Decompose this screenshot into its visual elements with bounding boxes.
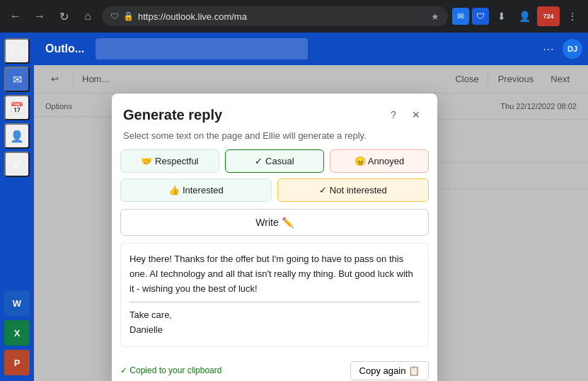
bitwarden-icon[interactable]: 🛡 xyxy=(472,8,489,25)
interested-stance-button[interactable]: 👍 Interested xyxy=(120,178,272,202)
sidebar-icons: ⋮⋮ ✉ 📅 👤 ✓ W X P xyxy=(0,33,34,381)
browser-chrome: ← → ↻ ⌂ 🛡 🔒 https://outlook.live.com/ma … xyxy=(0,0,588,33)
modal-close-button[interactable]: ✕ xyxy=(406,105,426,125)
modal-body: 🤝 Respectful ✓ Casual 😠 Annoyed 👍 Intere… xyxy=(112,149,437,358)
download-button[interactable]: ⬇ xyxy=(492,6,512,26)
signature-divider xyxy=(129,302,420,302)
generated-body: Hey there! Thanks for the offer but I'm … xyxy=(129,254,413,294)
modal-subtitle: Select some text on the page and Ellie w… xyxy=(112,127,437,149)
modal-title: Generate reply xyxy=(123,107,222,123)
tone-selector: 🤝 Respectful ✓ Casual 😠 Annoyed xyxy=(120,149,429,173)
search-input[interactable] xyxy=(96,38,308,59)
not-interested-stance-button[interactable]: ✓ Not interested xyxy=(277,178,429,202)
modal-header: Generate reply ? ✕ xyxy=(112,93,437,127)
security-icon: 🛡 xyxy=(110,11,119,21)
notification-badge[interactable]: 724 xyxy=(537,6,560,26)
mail-nav-button[interactable]: ✉ xyxy=(4,67,30,92)
email-extension-icon[interactable]: ✉ xyxy=(452,8,469,25)
top-bar: Outlo... ⋯ DJ xyxy=(34,33,588,65)
apps-grid-button[interactable]: ⋮⋮ xyxy=(4,38,30,64)
top-bar-more-button[interactable]: ⋯ xyxy=(537,38,560,60)
modal-overlay: Generate reply ? ✕ Select some text on t… xyxy=(34,65,588,381)
star-icon[interactable]: ★ xyxy=(431,11,439,22)
sign-off: Take care,Danielle xyxy=(129,309,172,335)
outlook-logo-text: Outlo... xyxy=(40,42,90,55)
home-button[interactable]: ⌂ xyxy=(78,6,98,26)
write-button[interactable]: Write ✏️ xyxy=(120,209,429,236)
copied-label: ✓ Copied to your clipboard xyxy=(120,365,221,375)
back-button[interactable]: ← xyxy=(6,6,25,26)
refresh-button[interactable]: ↻ xyxy=(54,6,74,26)
casual-tone-button[interactable]: ✓ Casual xyxy=(225,149,324,173)
generated-reply-text: Hey there! Thanks for the offer but I'm … xyxy=(120,243,429,347)
word-icon: W xyxy=(4,290,30,316)
powerpoint-icon: P xyxy=(4,350,30,375)
copy-again-button[interactable]: Copy again 📋 xyxy=(350,361,429,380)
main-content: Outlo... ⋯ DJ ↩ Hom... Close Previous Ne… xyxy=(34,33,588,381)
profile-avatar[interactable]: 👤 xyxy=(514,6,534,26)
excel-icon: X xyxy=(4,320,30,346)
calendar-nav-button[interactable]: 📅 xyxy=(4,95,30,120)
top-bar-right: ⋯ DJ xyxy=(537,38,582,60)
lock-icon: 🔒 xyxy=(123,11,134,21)
address-url: https://outlook.live.com/ma xyxy=(138,11,427,22)
modal-header-buttons: ? ✕ xyxy=(384,105,426,125)
outlook-app: ⋮⋮ ✉ 📅 👤 ✓ W X P Outlo... ⋯ DJ ↩ Hom... xyxy=(0,33,588,381)
stance-selector: 👍 Interested ✓ Not interested xyxy=(120,178,429,202)
more-menu-button[interactable]: ⋮ xyxy=(563,6,582,26)
modal-footer: ✓ Copied to your clipboard Copy again 📋 xyxy=(112,358,437,381)
user-avatar[interactable]: DJ xyxy=(563,39,582,59)
tasks-nav-button[interactable]: ✓ xyxy=(4,152,30,177)
address-bar: 🛡 🔒 https://outlook.live.com/ma ★ xyxy=(102,6,448,26)
forward-button[interactable]: → xyxy=(30,6,50,26)
people-nav-button[interactable]: 👤 xyxy=(4,123,30,149)
respectful-tone-button[interactable]: 🤝 Respectful xyxy=(120,149,219,173)
generate-reply-modal: Generate reply ? ✕ Select some text on t… xyxy=(112,93,437,381)
browser-right-icons: ✉ 🛡 ⬇ 👤 724 ⋮ xyxy=(452,6,582,26)
help-button[interactable]: ? xyxy=(384,105,403,125)
annoyed-tone-button[interactable]: 😠 Annoyed xyxy=(330,149,429,173)
